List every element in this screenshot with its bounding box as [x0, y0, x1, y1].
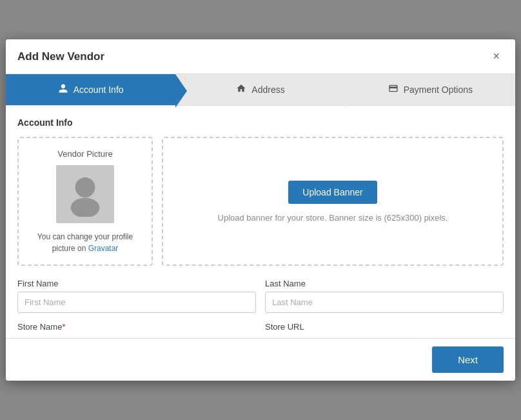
- first-name-group: First Name: [17, 279, 256, 313]
- name-form-row: First Name Last Name: [17, 279, 504, 313]
- close-button[interactable]: ×: [489, 48, 504, 65]
- step-payment-options[interactable]: Payment Options: [346, 74, 515, 105]
- modal-title: Add New Vendor: [17, 50, 104, 63]
- modal-overlay: Add New Vendor × Account Info Address: [0, 0, 521, 420]
- store-row-labels: Store Name* Store URL: [17, 322, 504, 338]
- last-name-group: Last Name: [265, 279, 504, 313]
- step-account-info[interactable]: Account Info: [6, 74, 175, 105]
- modal-footer: Next: [6, 338, 515, 381]
- last-name-label: Last Name: [265, 279, 504, 288]
- banner-hint: Upload banner for your store. Banner siz…: [218, 213, 448, 223]
- store-url-label: Store URL: [265, 322, 504, 332]
- next-button[interactable]: Next: [432, 346, 504, 373]
- upload-row: Vendor Picture You can change your profi…: [17, 137, 504, 266]
- first-name-label: First Name: [17, 279, 256, 288]
- avatar-silhouette: [63, 172, 108, 217]
- account-info-icon: [58, 83, 68, 96]
- required-star: *: [62, 322, 65, 332]
- stepper: Account Info Address Payment Options: [6, 74, 515, 106]
- add-vendor-modal: Add New Vendor × Account Info Address: [6, 39, 515, 381]
- gravatar-text: You can change your profile picture on G…: [29, 231, 141, 254]
- step-address-label: Address: [251, 85, 284, 95]
- step-account-info-label: Account Info: [74, 85, 124, 95]
- vendor-picture-box: Vendor Picture You can change your profi…: [17, 137, 153, 266]
- step-address[interactable]: Address: [175, 74, 345, 105]
- svg-point-0: [75, 177, 95, 197]
- gravatar-link[interactable]: Gravatar: [88, 244, 119, 253]
- step-payment-label: Payment Options: [404, 85, 473, 95]
- upload-banner-button[interactable]: Upload Banner: [288, 181, 377, 204]
- avatar-placeholder: [56, 165, 114, 223]
- last-name-input[interactable]: [265, 292, 504, 313]
- svg-point-1: [71, 197, 100, 216]
- address-icon: [236, 83, 246, 96]
- section-title: Account Info: [17, 117, 504, 128]
- payment-icon: [388, 83, 398, 96]
- banner-box: Upload Banner Upload banner for your sto…: [162, 137, 504, 266]
- modal-body: Account Info Vendor Picture You can chan…: [6, 106, 515, 338]
- store-name-label: Store Name*: [17, 322, 256, 332]
- first-name-input[interactable]: [17, 292, 256, 313]
- vendor-picture-title: Vendor Picture: [57, 149, 112, 159]
- modal-header: Add New Vendor ×: [6, 39, 515, 74]
